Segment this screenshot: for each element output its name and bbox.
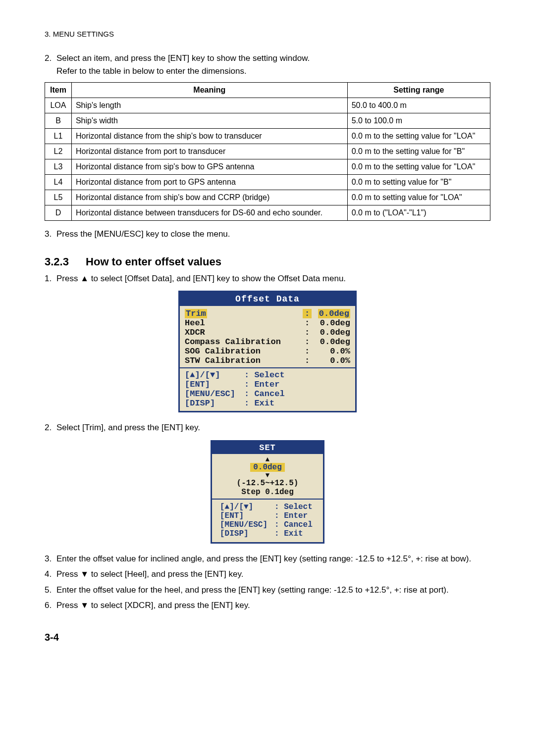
step-b1: 1. Press ▲ to select [Offset Data], and … [45,272,490,285]
set-step: Step 0.1deg [217,488,318,497]
table-row: L2Horizontal distance from port to trans… [45,144,490,159]
section-num: 3.2.3 [45,255,69,268]
th-range: Setting range [347,83,490,98]
table-row: L1Horizontal distance from the ship's bo… [45,129,490,144]
set-value: 0.0deg [250,463,285,472]
table-row: LOAShip's length50.0 to 400.0 m [45,98,490,113]
step-b6: 6. Press ▼ to select [XDCR], and press t… [45,599,490,612]
set-range: (-12.5~+12.5) [217,479,318,488]
table-row: L3Horizontal distance from sip's bow to … [45,159,490,175]
step-b3: 3. Enter the offset value for inclined a… [45,553,490,565]
offset-row-heel: Heel: 0.0deg [185,318,350,328]
step-2-line2: Refer to the table in below to enter the… [56,66,247,76]
step-3-text: Press the [MENU/ESC] key to close the me… [56,228,490,241]
offset-data-screen: Offset Data Trim : 0.0deg Heel: 0.0deg X… [178,291,357,412]
dimensions-table: Item Meaning Setting range LOAShip's len… [45,82,490,221]
set-title: SET [212,442,323,454]
offset-row-xdcr: XDCR: 0.0deg [185,328,350,337]
table-row: L5Horizontal distance from ship's bow an… [45,190,490,205]
step-2-line1: Select an item, and press the [ENT] key … [56,53,310,63]
up-arrow-icon: ▲ [217,456,318,463]
step-3: 3. Press the [MENU/ESC] key to close the… [45,228,490,241]
offset-row-sog: SOG Calibration: 0.0% [185,347,350,356]
th-item: Item [45,83,72,98]
step-3-num: 3. [45,228,56,241]
chapter-header: 3. MENU SETTINGS [45,30,490,38]
th-meaning: Meaning [71,83,347,98]
step-b4: 4. Press ▼ to select [Heel], and press t… [45,568,490,581]
set-legend: [▲]/[▼]: Select [ENT]: Enter [MENU/ESC]:… [217,502,318,540]
step-2: 2. Select an item, and press the [ENT] k… [45,52,490,77]
set-screen: SET ▲ 0.0deg ▼ (-12.5~+12.5) Step 0.1deg… [211,440,324,544]
step-b2: 2. Select [Trim], and press the [ENT] ke… [45,421,490,434]
offset-row-stw: STW Calibration: 0.0% [185,356,350,365]
offset-row-trim: Trim : 0.0deg [185,309,350,318]
page-number: 3-4 [45,632,490,643]
section-heading: 3.2.3 How to enter offset values [45,255,490,268]
offset-row-compass: Compass Calibration: 0.0deg [185,337,350,347]
table-row: DHorizontal distance between transducers… [45,205,490,221]
table-row: BShip's width5.0 to 100.0 m [45,113,490,129]
section-title: How to enter offset values [86,255,221,268]
step-2-num: 2. [45,52,56,77]
down-arrow-icon: ▼ [217,472,318,479]
offset-title: Offset Data [180,292,355,306]
table-row: L4Horizontal distance from port to GPS a… [45,175,490,190]
offset-legend: [▲]/[▼]: Select [ENT]: Enter [MENU/ESC]:… [185,370,350,408]
step-b5: 5. Enter the offset value for the heel, … [45,584,490,597]
